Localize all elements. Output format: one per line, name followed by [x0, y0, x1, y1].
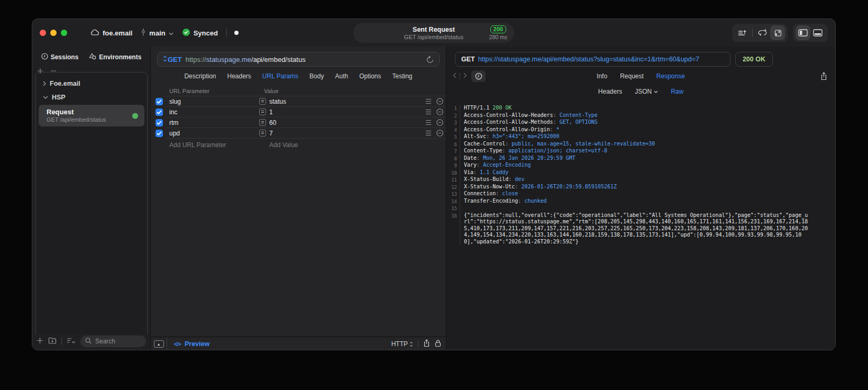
sidebar-search[interactable] — [80, 335, 146, 347]
add-param-placeholder[interactable]: Add URL Parameter — [169, 141, 226, 149]
tab-environments[interactable]: Environments — [89, 53, 141, 61]
history-clock-button[interactable] — [471, 70, 486, 82]
response-line: 4 Access-Control-Allow-Origin: * — [446, 126, 835, 134]
remove-item-icon[interactable] — [50, 67, 57, 76]
branch-name: main — [149, 29, 165, 37]
tab-testing[interactable]: Testing — [392, 72, 413, 80]
remove-param-icon[interactable] — [436, 108, 443, 117]
line-content: {"incidents":null,"overall":{"code":"ope… — [460, 212, 810, 246]
share-icon[interactable] — [423, 339, 430, 349]
export-share-icon[interactable] — [820, 72, 827, 80]
search-input[interactable] — [94, 337, 141, 346]
nav-arrows — [453, 72, 467, 80]
drag-handle-icon[interactable] — [425, 109, 432, 116]
tab-url-params[interactable]: URL Params — [262, 72, 298, 80]
tab-info[interactable]: Info — [597, 72, 607, 80]
drag-handle-icon[interactable] — [425, 130, 432, 138]
line-content — [460, 205, 464, 212]
sync-status[interactable]: Synced — [182, 28, 218, 38]
sent-url: https://statuspage.me/api/embed/status?s… — [478, 56, 699, 63]
tab-label: Description — [184, 72, 216, 80]
group-divider — [752, 29, 753, 37]
method-selector[interactable]: GET — [163, 56, 182, 64]
protocol-selector[interactable]: HTTP — [391, 340, 413, 348]
tab-headers[interactable]: Headers — [227, 72, 251, 80]
param-checkbox[interactable] — [156, 119, 163, 126]
drag-handle-icon[interactable] — [425, 98, 432, 106]
layout-left-panel-icon[interactable] — [796, 25, 810, 40]
param-name-field[interactable]: slug — [169, 98, 181, 105]
sent-request-summary[interactable]: Sent Request GET /api/embed/status 200 2… — [353, 23, 514, 43]
url-host: statuspage.me — [206, 56, 251, 64]
subtab-raw[interactable]: Raw — [671, 88, 683, 95]
param-checkbox[interactable] — [156, 130, 163, 137]
send-receive-icon[interactable] — [770, 25, 785, 40]
app-window: foe.email main Synced Sent Request GET /… — [32, 19, 836, 350]
sent-url-box[interactable]: GET https://statuspage.me/api/embed/stat… — [455, 52, 730, 67]
status-code-badge: 200 — [490, 25, 506, 33]
param-name-field[interactable]: inc — [169, 108, 177, 116]
branch-icon — [141, 28, 146, 38]
forward-icon[interactable] — [463, 72, 467, 80]
drag-handle-icon[interactable] — [425, 120, 432, 127]
duration-label: 280 ms — [489, 34, 507, 40]
project-name: foe.email — [103, 29, 132, 37]
unsaved-indicator-dot — [234, 31, 239, 35]
param-checkbox[interactable] — [156, 98, 163, 105]
param-name-field[interactable]: upd — [169, 130, 180, 137]
param-checkbox[interactable] — [156, 108, 163, 116]
param-name-field[interactable]: rtm — [169, 119, 178, 126]
tab-description[interactable]: Description — [184, 72, 216, 80]
request-url-bar[interactable]: GET https://statuspage.me/api/embed/stat… — [157, 52, 440, 67]
param-value-field[interactable]: 60 — [269, 119, 276, 126]
new-folder-icon[interactable] — [48, 337, 57, 346]
sort-filter-icon[interactable] — [67, 337, 76, 346]
layout-bottom-panel-icon[interactable] — [810, 25, 825, 40]
tab-environments-label: Environments — [99, 53, 141, 61]
tab-body[interactable]: Body — [309, 72, 324, 80]
tab-options[interactable]: Options — [359, 72, 381, 80]
remove-param-icon[interactable] — [436, 119, 443, 128]
preview-button[interactable]: </> Preview — [174, 340, 209, 348]
project-menu[interactable]: foe.email — [90, 29, 132, 37]
tab-sessions[interactable]: Sessions — [41, 53, 79, 61]
param-value-field[interactable]: 7 — [269, 130, 273, 137]
request-list-item-selected[interactable]: Request GET /api/embed/status — [39, 105, 144, 126]
tab-auth[interactable]: Auth — [335, 72, 348, 80]
minimize-window-button[interactable] — [50, 30, 57, 36]
expand-panel-button[interactable]: ▲ — [151, 337, 167, 350]
add-item-icon[interactable] — [37, 67, 43, 76]
add-param-row[interactable]: Add URL Parameter Add Value — [151, 139, 446, 150]
url-scheme: https:// — [186, 56, 206, 64]
remove-param-icon[interactable] — [436, 130, 443, 138]
subtab-headers[interactable]: Headers — [598, 88, 622, 95]
summary-title: Sent Request — [404, 25, 463, 34]
tree-group-hsp[interactable]: HSP — [36, 90, 147, 104]
line-number: 3 — [446, 119, 460, 126]
response-line: 3 Access-Control-Allow-Methods: GET, OPT… — [446, 119, 835, 126]
param-value-field[interactable]: status — [269, 98, 286, 105]
tab-response[interactable]: Response — [656, 72, 685, 80]
sync-check-icon — [182, 28, 190, 38]
close-window-button[interactable] — [40, 30, 46, 36]
refresh-icon[interactable] — [426, 56, 434, 64]
tree-group-foe-email[interactable]: Foe.email — [36, 77, 147, 90]
back-icon[interactable] — [453, 72, 456, 80]
sync-loop-icon[interactable] — [755, 25, 770, 40]
sort-order-icon[interactable] — [735, 25, 750, 40]
add-value-placeholder[interactable]: Add Value — [269, 141, 298, 149]
lock-icon[interactable] — [435, 339, 441, 349]
response-line: 8 Date: Mon, 26 Jan 2026 20:29:59 GMT — [446, 155, 835, 162]
branch-menu[interactable]: main — [141, 28, 173, 38]
url-params-table: URL Parameter Value slug = status inc = … — [151, 86, 446, 150]
response-line: 7 Content-Type: application/json; charse… — [446, 148, 835, 155]
remove-param-icon[interactable] — [436, 98, 443, 106]
subtab-json[interactable]: JSON — [635, 88, 658, 95]
line-content: Alt-Svc: h3=":443"; ma=2592000 — [460, 133, 560, 141]
response-code[interactable]: 1 HTTP/1.1 200 OK 2 Access-Control-Allow… — [446, 98, 835, 350]
add-request-icon[interactable] — [36, 337, 43, 346]
tab-request[interactable]: Request — [620, 72, 644, 80]
nav-divider — [460, 73, 460, 79]
param-value-field[interactable]: 1 — [269, 108, 273, 116]
zoom-window-button[interactable] — [61, 30, 67, 36]
